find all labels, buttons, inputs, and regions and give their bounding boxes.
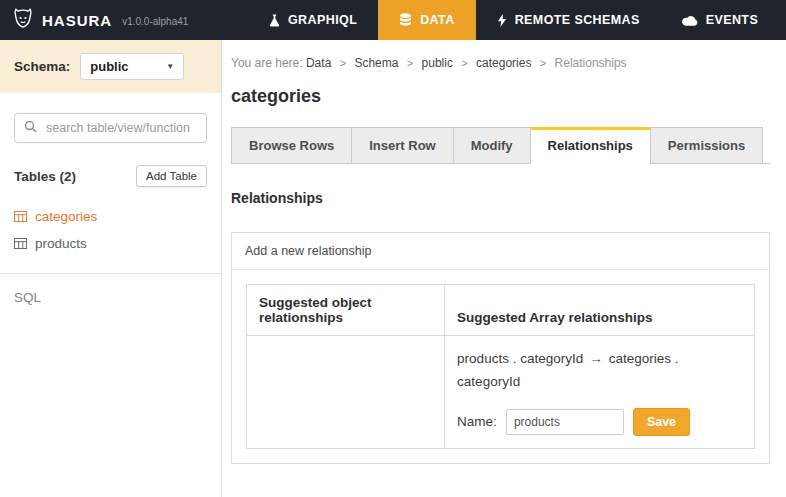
save-button[interactable]: Save [633,408,690,436]
nav-remote-schemas[interactable]: REMOTE SCHEMAS [476,0,661,40]
suggested-relationships-table: Suggested object relationships Suggested… [246,284,755,449]
tab-permissions[interactable]: Permissions [650,127,763,164]
column-object-relationships: Suggested object relationships [247,285,445,336]
chevron-down-icon: ▼ [166,62,174,71]
database-icon [399,13,412,27]
schema-value: public [90,59,128,74]
table-icon [14,211,27,222]
breadcrumb-current: Relationships [555,56,627,70]
table-header-row: Suggested object relationships Suggested… [247,285,755,336]
add-table-button[interactable]: Add Table [136,165,207,187]
brand[interactable]: HASURA v1.0.0-alpha41 [0,0,222,40]
page-title: categories [231,86,770,107]
hasura-logo-icon [12,7,34,33]
sidebar-item-categories[interactable]: categories [14,203,207,230]
breadcrumb-categories[interactable]: categories [476,56,531,70]
tables-heading: Tables (2) [14,169,76,184]
nav-label: EVENTS [706,13,758,27]
nav-events[interactable]: EVENTS [661,0,779,40]
sidebar: Schema: public ▼ Tables (2) Add Table [0,40,222,497]
arrow-icon: → [589,351,603,366]
nav-label: REMOTE SCHEMAS [515,13,640,27]
breadcrumb-separator: > [461,57,467,69]
breadcrumb-separator: > [407,57,413,69]
relationship-name-input[interactable] [506,409,624,435]
table-name: categories [35,209,97,224]
relationship-name-row: Name: Save [457,408,742,436]
sidebar-item-sql[interactable]: SQL [0,274,221,321]
table-name: products [35,236,87,251]
body: Schema: public ▼ Tables (2) Add Table [0,40,786,497]
hasura-console: HASURA v1.0.0-alpha41 GRAPHIQL DATA [0,0,786,497]
section-heading: Relationships [231,190,770,206]
schema-label: Schema: [14,59,70,74]
add-relationship-panel: Add a new relationship Suggested object … [231,232,770,464]
search-box [14,113,207,143]
nav-label: DATA [420,13,454,27]
breadcrumb: You are here: Data > Schema > public > c… [231,56,770,70]
graphiql-icon [269,14,280,27]
tab-bar: Browse Rows Insert Row Modify Relationsh… [231,127,770,164]
breadcrumb-public[interactable]: public [422,56,453,70]
schema-selector-row: Schema: public ▼ [0,40,221,93]
search-input[interactable] [44,120,197,136]
nav-data[interactable]: DATA [378,0,475,40]
table-row: products . categoryId→categories . categ… [247,336,755,449]
tables-header-row: Tables (2) Add Table [14,165,207,187]
breadcrumb-schema[interactable]: Schema [354,56,398,70]
top-navbar: HASURA v1.0.0-alpha41 GRAPHIQL DATA [0,0,786,40]
breadcrumb-separator: > [540,57,546,69]
relationship-from: products . categoryId [457,351,583,366]
version-label: v1.0.0-alpha41 [122,16,188,27]
nav-graphiql[interactable]: GRAPHIQL [248,0,378,40]
tab-relationships[interactable]: Relationships [530,127,651,164]
panel-header: Add a new relationship [232,233,769,270]
table-icon [14,238,27,249]
remote-schemas-icon [497,14,507,27]
tab-modify[interactable]: Modify [453,127,531,164]
nav-label: GRAPHIQL [288,13,357,27]
tab-insert-row[interactable]: Insert Row [351,127,453,164]
brand-name: HASURA [42,12,112,29]
main-nav: GRAPHIQL DATA REMOTE SCHEMAS [248,0,779,40]
main-content: You are here: Data > Schema > public > c… [222,40,786,497]
object-relationships-cell [247,336,445,449]
events-icon [682,15,698,26]
suggested-relationship: products . categoryId→categories . categ… [457,348,742,394]
breadcrumb-separator: > [340,57,346,69]
breadcrumb-prefix: You are here: [231,56,306,70]
column-array-relationships: Suggested Array relationships [445,285,755,336]
sidebar-item-products[interactable]: products [14,230,207,257]
array-relationships-cell: products . categoryId→categories . categ… [445,336,755,449]
breadcrumb-data[interactable]: Data [306,56,331,70]
tab-browse-rows[interactable]: Browse Rows [231,127,352,164]
schema-select[interactable]: public ▼ [80,53,184,80]
name-label: Name: [457,414,497,429]
table-list: categories products [0,203,221,257]
search-icon [24,119,37,137]
